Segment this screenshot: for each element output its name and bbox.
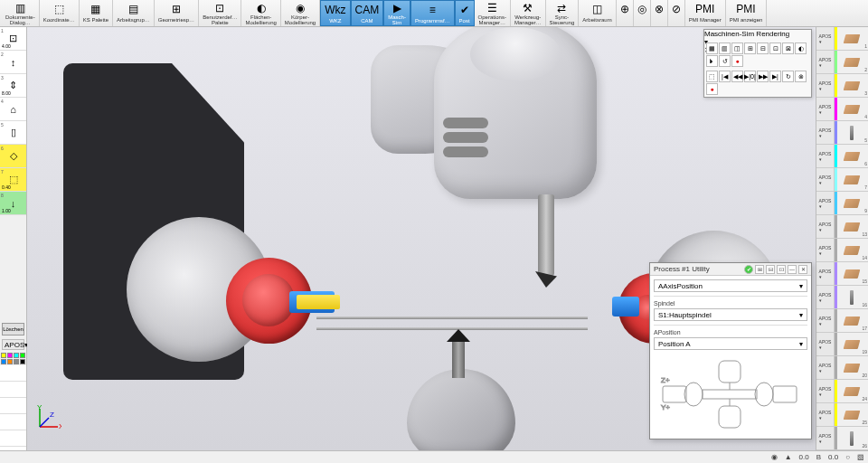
left-extra-slot[interactable] xyxy=(0,430,26,447)
right-tool-row[interactable]: APOS▾15 xyxy=(816,262,868,286)
right-tool-row[interactable]: APOS▾5 xyxy=(816,121,868,145)
right-tool-row[interactable]: APOS▾20 xyxy=(816,356,868,380)
aposition-dropdown[interactable]: Position A▾ xyxy=(654,337,807,350)
sim-playback-button[interactable]: ▶| xyxy=(769,71,781,82)
sim-playback-button[interactable]: ● xyxy=(706,83,718,95)
left-extra-slot[interactable] xyxy=(0,382,26,398)
ribbon-ks-palette-button[interactable]: ▦KS Palette xyxy=(80,0,113,26)
color-swatch[interactable] xyxy=(14,353,19,358)
ribbon-pmi-anzeigen-button[interactable]: PMIPMI anzeigen xyxy=(726,0,768,26)
apply-button[interactable]: ✔ xyxy=(744,265,753,274)
ribbon--button[interactable]: ⊘ xyxy=(668,0,685,26)
right-tool-row[interactable]: APOS▾14 xyxy=(816,239,868,262)
color-swatch[interactable] xyxy=(1,359,6,364)
ribbon-wkz-button[interactable]: WkzWKZ xyxy=(320,0,350,26)
sim-control-button[interactable]: ▥ xyxy=(719,43,731,54)
ribbon-dokumente-dialog-button[interactable]: ▥Dokumente-Dialog… xyxy=(2,0,40,26)
left-tool-slot[interactable]: 6◇ xyxy=(0,145,26,168)
tool-number: 26 xyxy=(862,443,867,449)
ribbon-label: Flächen-Modellierung xyxy=(245,14,276,25)
right-tool-row[interactable]: APOS▾1 xyxy=(816,27,868,51)
sim-control-button[interactable]: ◐ xyxy=(795,43,807,54)
sim-playback-button[interactable]: ◀◀ xyxy=(731,71,743,82)
ribbon-pmi-manager-button[interactable]: PMIPMI Manager xyxy=(685,0,726,26)
ribbon-arbeitsraum-button[interactable]: ◫Arbeitsraum xyxy=(579,0,616,26)
left-tool-slot[interactable]: 2↕ xyxy=(0,51,26,74)
sim-playback-button[interactable]: ⬚ xyxy=(706,71,718,82)
sim-control-button[interactable]: ◫ xyxy=(731,43,743,54)
ribbon-koordinate-button[interactable]: ⬚Koordinate… xyxy=(40,0,80,26)
left-extra-slot[interactable] xyxy=(0,414,26,430)
sim-playback-button[interactable]: ▶▶ xyxy=(757,71,769,82)
ribbon-sync-steuerung-button[interactable]: ⇄Sync-Steuerung xyxy=(546,0,580,26)
sim-control-button[interactable]: ⊟ xyxy=(757,43,769,54)
sim-control-button[interactable]: ↺ xyxy=(719,55,731,67)
ribbon--button[interactable]: ⊕ xyxy=(617,0,634,26)
left-tool-slot[interactable]: 7⬚0.40 xyxy=(0,168,26,192)
ribbon-operations-manager-button[interactable]: ☰Operations-Manager… xyxy=(475,0,511,26)
color-swatch[interactable] xyxy=(14,359,19,364)
ribbon--button[interactable]: ◎ xyxy=(634,0,651,26)
status-circle-icon[interactable]: ○ xyxy=(845,453,850,461)
sim-control-button[interactable]: ⏵ xyxy=(706,55,718,67)
left-extra-slot[interactable] xyxy=(0,398,26,414)
ribbon-k-rper-modellierung-button[interactable]: ◉Körper-Modellierung xyxy=(281,0,320,26)
right-tool-row[interactable]: APOS▾7 xyxy=(816,168,868,192)
ribbon-fl-chen-modellierung-button[interactable]: ◐Flächen-Modellierung xyxy=(241,0,280,26)
aaxis-position-dropdown[interactable]: AAxisPosition▾ xyxy=(654,279,807,292)
right-tool-row[interactable]: APOS▾3 xyxy=(816,74,868,98)
spindel-dropdown[interactable]: S1:Hauptspindel▾ xyxy=(654,308,807,321)
left-tool-slot[interactable]: 4⌂ xyxy=(0,98,26,121)
right-tool-row[interactable]: APOS▾9 xyxy=(816,192,868,215)
delete-button[interactable]: Löschen xyxy=(2,323,24,335)
right-tool-row[interactable]: APOS▾4 xyxy=(816,98,868,121)
panel-minimize-button[interactable]: — xyxy=(788,265,797,274)
sim-control-button[interactable]: ⊞ xyxy=(744,43,756,54)
right-tool-row[interactable]: APOS▾26 xyxy=(816,427,868,450)
status-eye-icon[interactable]: ◉ xyxy=(771,453,778,461)
sim-control-button[interactable]: ● xyxy=(731,55,743,67)
left-tool-slot[interactable]: 1⊡4.00 xyxy=(0,27,26,51)
sim-playback-button[interactable]: ↻ xyxy=(782,71,794,82)
left-extra-slot[interactable] xyxy=(0,365,26,382)
ribbon-geometriesp-button[interactable]: ⊞Geometriesp… xyxy=(155,0,199,26)
sim-playback-button[interactable]: |◀ xyxy=(719,71,731,82)
right-tool-row[interactable]: APOS▾24 xyxy=(816,380,868,403)
left-tool-slot[interactable]: 8↓1.00 xyxy=(0,192,26,215)
ribbon-programmsf-button[interactable]: ≡Programmsf… xyxy=(410,0,455,26)
ribbon-arbeitsgrup-button[interactable]: ▤Arbeitsgrup… xyxy=(113,0,155,26)
panel-pin-button[interactable]: ⊡ xyxy=(777,265,786,274)
sim-control-button[interactable]: ⊡ xyxy=(769,43,781,54)
right-tool-row[interactable]: APOS▾16 xyxy=(816,286,868,309)
status-cube-icon[interactable]: ▧ xyxy=(857,453,864,461)
ribbon-masch-sim-button[interactable]: ▶Masch-Sim xyxy=(383,0,410,26)
ribbon-post-button[interactable]: ✔Post xyxy=(455,0,475,26)
sim-playback-button[interactable]: ⊗ xyxy=(795,71,807,82)
right-tool-row[interactable]: APOS▾17 xyxy=(816,309,868,333)
color-swatch[interactable] xyxy=(20,353,25,358)
panel-option-button[interactable]: ⊞ xyxy=(755,265,764,274)
right-tool-row[interactable]: APOS▾6 xyxy=(816,145,868,168)
ribbon-benutzerdef-palette-button[interactable]: ⊡Benutzerdef…Palette xyxy=(199,0,241,26)
ribbon-icon: ☰ xyxy=(487,1,497,14)
color-swatch[interactable] xyxy=(20,359,25,364)
sim-playback-button[interactable]: ▶|0| xyxy=(744,71,756,82)
color-swatch[interactable] xyxy=(1,353,6,358)
status-triangle-icon[interactable]: ▲ xyxy=(785,453,792,461)
ribbon--button[interactable]: ⊗ xyxy=(651,0,668,26)
left-tool-slot[interactable]: 5▯ xyxy=(0,121,26,145)
apos-left-dropdown[interactable]: APOS▾ xyxy=(2,339,24,350)
ribbon-werkzeug-manager-button[interactable]: ⚒Werkzeug-Manager… xyxy=(511,0,546,26)
sim-control-button[interactable]: ⊠ xyxy=(782,43,794,54)
right-tool-row[interactable]: APOS▾13 xyxy=(816,215,868,239)
panel-close-button[interactable]: ✕ xyxy=(798,265,807,274)
color-swatch[interactable] xyxy=(7,359,13,364)
color-swatch[interactable] xyxy=(7,353,13,358)
left-tool-slot[interactable]: 3⇕8.00 xyxy=(0,74,26,98)
ribbon-cam-button[interactable]: CAMCAM xyxy=(351,0,384,26)
right-tool-row[interactable]: APOS▾25 xyxy=(816,403,868,427)
panel-option-button[interactable]: ⊟ xyxy=(766,265,775,274)
sim-control-button[interactable]: ▦ xyxy=(706,43,718,54)
right-tool-row[interactable]: APOS▾19 xyxy=(816,333,868,356)
right-tool-row[interactable]: APOS▾2 xyxy=(816,51,868,74)
